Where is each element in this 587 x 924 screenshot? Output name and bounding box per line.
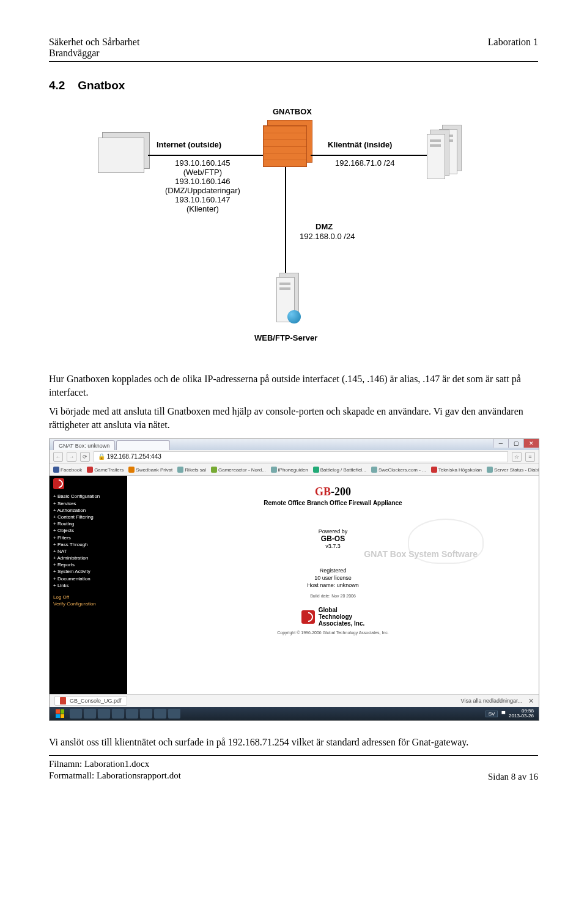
url-input[interactable]: 🔒 192.168.71.254:443 bbox=[94, 451, 508, 462]
product-title: GB-200 bbox=[315, 486, 351, 498]
browser-screenshot: GNAT Box: unknown ─ ▢ ✕ ← → ⟳ 🔒 192.168.… bbox=[49, 438, 539, 721]
reload-button[interactable]: ⟳ bbox=[80, 452, 90, 462]
internet-node-icon bbox=[98, 138, 144, 173]
close-button[interactable]: ✕ bbox=[523, 439, 539, 448]
firewall-icon bbox=[263, 125, 307, 167]
header-left: Säkerhet och Sårbarhet Brandväggar bbox=[49, 37, 139, 59]
registration-info: Registered 10 user license Host name: un… bbox=[307, 567, 359, 589]
taskbar-app-icon[interactable] bbox=[98, 709, 110, 719]
footer-page: Sidan 8 av 16 bbox=[488, 772, 538, 782]
client-label: Klientnät (inside) bbox=[328, 140, 392, 149]
copyright: Copyright © 1996-2006 Global Technology … bbox=[277, 630, 388, 635]
sidebar-item[interactable]: Pass Through bbox=[53, 541, 124, 548]
gta-logo-icon bbox=[301, 610, 315, 624]
bookmark-item[interactable]: Swedbank Privat bbox=[128, 467, 172, 473]
sidebar-item[interactable]: Authorization bbox=[53, 507, 124, 514]
pdf-icon bbox=[60, 697, 66, 704]
sidebar-item[interactable]: Basic Configuration bbox=[53, 493, 124, 500]
sidebar-item[interactable]: Routing bbox=[53, 520, 124, 527]
windows-taskbar: SV ▀ 09:58 2013-03-26 bbox=[50, 707, 539, 720]
back-button[interactable]: ← bbox=[53, 452, 63, 462]
tab-strip: GNAT Box: unknown ─ ▢ ✕ bbox=[50, 439, 539, 450]
sidebar-logoff[interactable]: Log Off bbox=[53, 594, 124, 601]
header-right: Laboration 1 bbox=[488, 37, 538, 59]
start-button[interactable] bbox=[52, 708, 68, 719]
show-all-downloads[interactable]: Visa alla nedladdningar... bbox=[461, 698, 522, 704]
bookmark-item[interactable]: Server Status - Diabl... bbox=[487, 467, 539, 473]
gnatbox-main: GB-200 Remote Office Branch Office Firew… bbox=[127, 476, 539, 708]
internet-ips: 193.10.160.145 (Web/FTP) 193.10.160.146 … bbox=[165, 158, 240, 213]
sidebar-item[interactable]: System Activity bbox=[53, 568, 124, 575]
diagram-title: GNATBOX bbox=[273, 107, 312, 116]
section-heading: 4.2 Gnatbox bbox=[49, 79, 538, 92]
tray-flag-icon: ▀ bbox=[501, 711, 505, 717]
taskbar-app-icon[interactable] bbox=[112, 709, 124, 719]
bookmark-item[interactable]: Rikets sal bbox=[177, 467, 206, 473]
page-header: Säkerhet och Sårbarhet Brandväggar Labor… bbox=[49, 37, 538, 59]
taskbar-app-icon[interactable] bbox=[70, 709, 82, 719]
system-tray: SV ▀ 09:58 2013-03-26 bbox=[485, 709, 536, 719]
close-download-bar[interactable]: ✕ bbox=[528, 697, 534, 705]
bookmark-item[interactable]: SweClockers.com - ... bbox=[371, 467, 426, 473]
taskbar-app-icon[interactable] bbox=[168, 709, 180, 719]
browser-tab-1[interactable]: GNAT Box: unknown bbox=[53, 440, 115, 450]
bookmarks-bar: Facebook GameTrailers Swedbank Privat Ri… bbox=[50, 464, 539, 476]
client-server-icon-2 bbox=[427, 134, 445, 179]
link-firewall-dmz bbox=[285, 167, 286, 277]
globe-icon bbox=[287, 310, 301, 323]
link-firewall-client bbox=[311, 155, 427, 156]
maximize-button[interactable]: ▢ bbox=[508, 439, 523, 448]
powered-by: Powered by GB-OS v3.7.3 bbox=[319, 528, 348, 549]
header-left-line2: Brandväggar bbox=[49, 48, 139, 59]
sidebar-item[interactable]: Documentation bbox=[53, 575, 124, 582]
section-title: Gnatbox bbox=[78, 79, 125, 92]
lock-icon: 🔒 bbox=[98, 453, 105, 460]
paragraph-1: Hur Gnatboxen kopplades och de olika IP-… bbox=[49, 372, 538, 399]
sidebar-item[interactable]: Services bbox=[53, 500, 124, 507]
window-controls: ─ ▢ ✕ bbox=[493, 439, 539, 448]
bookmark-item[interactable]: Facebook bbox=[53, 467, 82, 473]
bookmark-item[interactable]: iPhoneguiden bbox=[271, 467, 308, 473]
sidebar-item[interactable]: Content Filtering bbox=[53, 514, 124, 520]
sidebar-item[interactable]: Administration bbox=[53, 555, 124, 561]
language-indicator[interactable]: SV bbox=[485, 711, 498, 717]
gnatbox-sidebar: Basic Configuration Services Authorizati… bbox=[50, 476, 127, 708]
sidebar-item[interactable]: NAT bbox=[53, 548, 124, 555]
document-page: Säkerhet och Sårbarhet Brandväggar Labor… bbox=[0, 0, 587, 807]
dmz-cidr: 192.168.0.0 /24 bbox=[300, 232, 355, 241]
sidebar-item[interactable]: Links bbox=[53, 582, 124, 589]
sidebar-item[interactable]: Objects bbox=[53, 527, 124, 534]
download-item[interactable]: GB_Console_UG.pdf bbox=[54, 696, 127, 706]
taskbar-app-icon[interactable] bbox=[140, 709, 152, 719]
paragraph-3: Vi anslöt oss till klientnätet och surfa… bbox=[49, 736, 538, 749]
link-internet-firewall bbox=[148, 155, 263, 156]
browser-tab-2[interactable] bbox=[116, 440, 170, 450]
forward-button[interactable]: → bbox=[67, 452, 76, 462]
sidebar-item[interactable]: Reports bbox=[53, 561, 124, 568]
company-logo-block: Global Technology Associates, Inc. bbox=[301, 607, 365, 627]
dmz-label: DMZ bbox=[316, 222, 333, 231]
server-label: WEB/FTP-Server bbox=[254, 333, 317, 342]
bookmark-item[interactable]: Gamereactor - Nord... bbox=[211, 467, 266, 473]
taskbar-app-icon[interactable] bbox=[154, 709, 166, 719]
windows-logo-icon bbox=[56, 709, 64, 718]
sidebar-verify[interactable]: Verify Configuration bbox=[53, 601, 124, 607]
gta-logo-icon bbox=[53, 478, 64, 489]
bookmark-star-icon[interactable]: ☆ bbox=[512, 452, 522, 462]
bookmark-item[interactable]: Battlelog / Battlefiel... bbox=[313, 467, 366, 473]
menu-icon[interactable]: ≡ bbox=[525, 452, 535, 462]
page-footer: Filnamn: Laboration1.docx Formatmall: La… bbox=[49, 755, 538, 782]
taskbar-app-icon[interactable] bbox=[84, 709, 96, 719]
taskbar-app-icon[interactable] bbox=[126, 709, 138, 719]
url-text: 192.168.71.254:443 bbox=[107, 453, 161, 460]
watermark-text: GNAT Box System Software bbox=[364, 549, 478, 559]
sidebar-item[interactable]: Filters bbox=[53, 534, 124, 541]
paragraph-2: Vi började med att ansluta till Gnatboxe… bbox=[49, 405, 538, 431]
tray-date: 2013-03-26 bbox=[509, 714, 534, 719]
bookmark-item[interactable]: Tekniska Högskolan bbox=[431, 467, 482, 473]
bookmark-item[interactable]: GameTrailers bbox=[87, 467, 124, 473]
minimize-button[interactable]: ─ bbox=[493, 439, 508, 448]
product-subtitle: Remote Office Branch Office Firewall App… bbox=[264, 500, 402, 506]
gnatbox-app: Basic Configuration Services Authorizati… bbox=[50, 476, 539, 708]
internet-label: Internet (outside) bbox=[157, 140, 221, 149]
